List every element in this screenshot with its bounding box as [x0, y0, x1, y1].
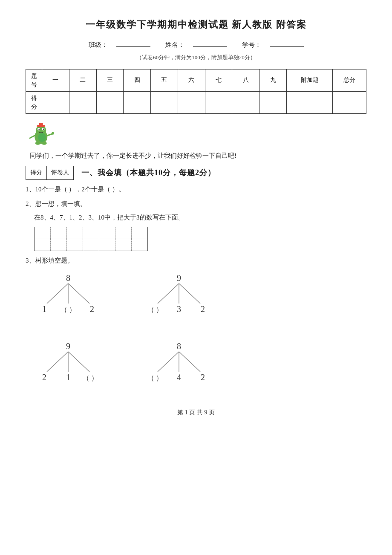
score-val-7[interactable] — [205, 92, 232, 114]
svg-text:3: 3 — [177, 304, 181, 314]
score-val-4[interactable] — [124, 92, 151, 114]
svg-line-24 — [68, 352, 89, 372]
fill-cell-1-7[interactable] — [132, 227, 148, 239]
trees-container: 8 1 （ ） 2 9 2 1 （ ） — [34, 272, 366, 395]
svg-text:4: 4 — [177, 373, 181, 382]
score-col-5: 五 — [151, 69, 178, 91]
svg-line-38 — [179, 352, 200, 372]
score-val-8[interactable] — [232, 92, 259, 114]
svg-point-11 — [35, 142, 40, 145]
mascot-icon — [26, 121, 60, 147]
fill-cell-1-2[interactable] — [51, 227, 67, 239]
score-box[interactable]: 得分 — [26, 166, 47, 179]
score-col-6: 六 — [178, 69, 205, 91]
question-3: 3、树形填空题。 — [26, 255, 366, 266]
svg-text:（  ）: （ ） — [83, 374, 98, 382]
score-val-3[interactable] — [96, 92, 124, 114]
svg-line-29 — [158, 283, 179, 304]
score-val-9[interactable] — [259, 92, 287, 114]
class-blank[interactable] — [116, 46, 150, 47]
tree-1: 8 1 （ ） 2 — [34, 272, 102, 327]
svg-text:（  ）: （ ） — [61, 306, 76, 313]
section-one-title: 一、我会填（本题共10分，每题2分） — [81, 167, 216, 179]
id-label: 学号： — [242, 41, 261, 48]
svg-text:9: 9 — [66, 341, 70, 351]
svg-point-9 — [52, 132, 54, 135]
svg-text:2: 2 — [201, 373, 205, 382]
fill-cell-2-5[interactable] — [99, 239, 115, 251]
score-col-4: 四 — [124, 69, 151, 91]
svg-line-10 — [30, 136, 35, 138]
svg-text:2: 2 — [90, 304, 94, 314]
section-one-header: 得分 评卷人 一、我会填（本题共10分，每题2分） — [26, 166, 366, 179]
score-table: 题号 一 二 三 四 五 六 七 八 九 附加题 总分 得分 — [26, 69, 366, 114]
score-val-extra[interactable] — [286, 92, 332, 114]
fill-cell-1-6[interactable] — [115, 227, 132, 239]
subtitle: （试卷60分钟，满分为100分，附加题单独20分） — [26, 53, 366, 62]
svg-line-22 — [47, 352, 68, 372]
svg-text:8: 8 — [177, 341, 181, 351]
fill-grid[interactable] — [34, 227, 148, 251]
tree-4: 8 （ ） 4 2 — [145, 340, 213, 395]
page-footer: 第 1 页 共 9 页 — [26, 408, 366, 417]
info-row: 班级： 姓名： 学号： — [26, 40, 366, 50]
score-val-total[interactable] — [333, 92, 366, 114]
svg-text:（  ）: （ ） — [147, 306, 163, 313]
score-table-score-label: 得分 — [26, 92, 42, 114]
fill-cell-2-3[interactable] — [67, 239, 83, 251]
svg-rect-7 — [39, 123, 43, 127]
name-label: 姓名： — [165, 41, 184, 48]
fill-cell-2-1[interactable] — [35, 239, 51, 251]
score-col-total: 总分 — [333, 69, 366, 91]
class-label: 班级： — [89, 41, 108, 48]
score-col-1: 一 — [42, 69, 69, 91]
score-col-8: 八 — [232, 69, 259, 91]
score-col-2: 二 — [69, 69, 96, 91]
score-val-2[interactable] — [69, 92, 96, 114]
fill-cell-1-1[interactable] — [35, 227, 51, 239]
svg-line-17 — [68, 283, 89, 304]
fill-cell-2-6[interactable] — [115, 239, 132, 251]
question-2-sub: 在8、4、7、1、2、3、10中，把大于3的数写在下面。 — [34, 212, 366, 223]
svg-text:（  ）: （ ） — [147, 374, 163, 382]
svg-text:1: 1 — [42, 304, 46, 314]
fill-cell-2-7[interactable] — [132, 239, 148, 251]
score-table-header-label: 题号 — [26, 69, 42, 91]
fill-cell-2-2[interactable] — [51, 239, 67, 251]
fill-grid-container — [34, 227, 366, 251]
fill-cell-2-4[interactable] — [83, 239, 99, 251]
score-val-6[interactable] — [178, 92, 205, 114]
svg-point-5 — [43, 129, 44, 130]
svg-line-15 — [47, 283, 68, 304]
svg-text:8: 8 — [66, 273, 70, 283]
id-blank[interactable] — [270, 46, 304, 47]
score-col-7: 七 — [205, 69, 232, 91]
score-col-extra: 附加题 — [286, 69, 332, 91]
tree-3: 9 2 1 （ ） — [34, 340, 102, 395]
score-col-9: 九 — [259, 69, 287, 91]
question-1: 1、10个一是（ ），2个十是（ ）。 — [26, 184, 366, 194]
score-val-5[interactable] — [151, 92, 178, 114]
reviewer-box[interactable]: 评卷人 — [47, 166, 74, 179]
svg-line-31 — [179, 283, 200, 304]
fill-cell-1-4[interactable] — [83, 227, 99, 239]
svg-text:2: 2 — [201, 304, 205, 314]
question-2-title: 2、想一想，填一填。 — [26, 199, 366, 209]
svg-text:1: 1 — [66, 373, 70, 382]
fill-cell-1-5[interactable] — [99, 227, 115, 239]
tree-2: 9 （ ） 3 2 — [145, 272, 213, 327]
page-title: 一年级数学下学期期中检测试题 新人教版 附答案 — [26, 17, 366, 32]
svg-text:9: 9 — [177, 273, 181, 283]
svg-point-4 — [38, 129, 40, 130]
score-val-1[interactable] — [42, 92, 69, 114]
welcome-text: 同学们，一个学期过去了，你一定长进不少，让我们好好检验一下自己吧! — [30, 150, 366, 161]
score-col-3: 三 — [96, 69, 124, 91]
svg-point-12 — [42, 142, 47, 145]
svg-line-36 — [158, 352, 179, 372]
svg-point-13 — [38, 133, 46, 142]
mascot-area — [26, 121, 366, 147]
name-blank[interactable] — [193, 46, 227, 47]
svg-text:2: 2 — [42, 373, 46, 382]
fill-cell-1-3[interactable] — [67, 227, 83, 239]
